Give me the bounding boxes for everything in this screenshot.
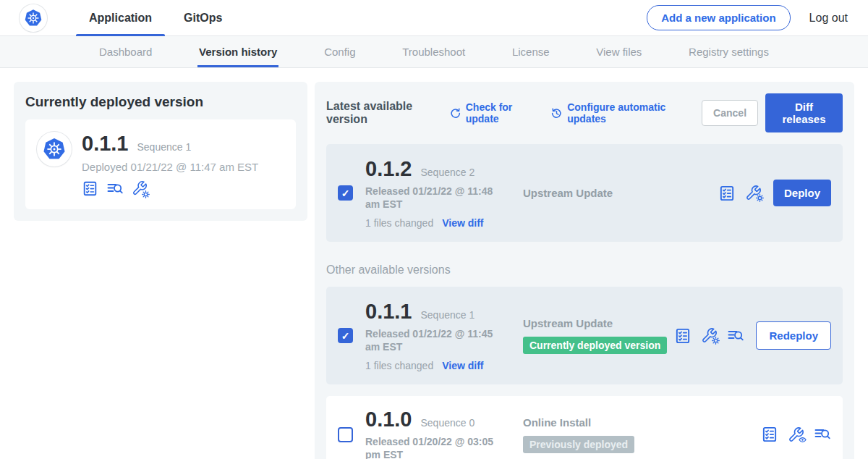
release-notes-icon[interactable] xyxy=(761,426,778,443)
tab-view-files[interactable]: View files xyxy=(595,36,643,67)
deploy-button[interactable]: Deploy xyxy=(773,180,831,206)
clock-arrow-icon xyxy=(550,107,563,119)
sequence-label: Sequence 2 xyxy=(421,167,475,178)
version-source-label: Upstream Update xyxy=(523,187,718,199)
preflight-gear-icon[interactable] xyxy=(132,180,148,198)
files-changed-label: 1 files changed xyxy=(365,217,433,229)
top-nav: Application GitOps Add a new application… xyxy=(0,0,868,36)
released-timestamp: Released 01/20/22 @ 03:05 pm EST xyxy=(365,436,503,459)
cancel-button[interactable]: Cancel xyxy=(702,100,758,126)
release-notes-icon[interactable] xyxy=(718,185,736,202)
sequence-label: Sequence 0 xyxy=(421,417,475,429)
version-checkbox[interactable] xyxy=(338,185,353,201)
tab-version-history[interactable]: Version history xyxy=(197,36,278,67)
currently-deployed-title: Currently deployed version xyxy=(25,94,296,110)
config-view-icon[interactable] xyxy=(814,426,831,443)
tab-troubleshoot[interactable]: Troubleshoot xyxy=(401,36,467,67)
add-new-application-button[interactable]: Add a new application xyxy=(647,5,790,30)
files-changed-label: 1 files changed xyxy=(365,360,433,371)
deployed-timestamp: Deployed 01/21/22 @ 11:47 am EST xyxy=(82,161,258,173)
deployed-sequence-label: Sequence 1 xyxy=(137,141,192,153)
configure-automatic-updates-link[interactable]: Configure automatic updates xyxy=(550,101,686,125)
config-view-icon[interactable] xyxy=(727,327,744,345)
version-number: 0.1.1 xyxy=(365,300,412,324)
tab-registry-settings[interactable]: Registry settings xyxy=(687,36,770,67)
latest-available-title: Latest available version xyxy=(326,100,439,126)
version-number: 0.1.0 xyxy=(365,408,412,431)
view-diff-link[interactable]: View diff xyxy=(442,360,483,371)
app-kubernetes-icon xyxy=(37,132,72,167)
tab-dashboard[interactable]: Dashboard xyxy=(98,36,153,67)
tab-config[interactable]: Config xyxy=(323,36,357,67)
version-row-0-1-0: 0.1.0 Sequence 0 Released 01/20/22 @ 03:… xyxy=(326,396,843,459)
release-notes-icon[interactable] xyxy=(674,327,692,345)
other-versions-title: Other available versions xyxy=(326,264,843,277)
version-row-0-1-1: 0.1.1 Sequence 1 Released 01/21/22 @ 11:… xyxy=(326,287,843,384)
currently-deployed-badge: Currently deployed version xyxy=(523,337,667,354)
tab-gitops[interactable]: GitOps xyxy=(168,0,238,36)
check-for-update-link[interactable]: Check for update xyxy=(449,101,535,125)
view-diff-link[interactable]: View diff xyxy=(442,217,483,229)
preflight-gear-icon[interactable] xyxy=(745,185,762,201)
config-view-icon[interactable] xyxy=(106,180,124,198)
diff-releases-button[interactable]: Diff releases xyxy=(765,93,843,132)
released-timestamp: Released 01/21/22 @ 11:48 am EST xyxy=(365,185,503,211)
kubernetes-logo xyxy=(20,4,47,32)
deployed-version-number: 0.1.1 xyxy=(82,132,129,156)
redeploy-button[interactable]: Redeploy xyxy=(756,321,831,350)
preflight-gear-icon[interactable] xyxy=(701,327,718,344)
logout-button[interactable]: Log out xyxy=(809,12,848,25)
main-content: Currently deployed version 0.1.1 Sequenc… xyxy=(0,68,868,459)
sub-nav: Dashboard Version history Config Trouble… xyxy=(0,36,868,68)
refresh-icon xyxy=(449,107,461,119)
version-source-label: Upstream Update xyxy=(523,317,674,329)
version-source-label: Online Install xyxy=(523,416,761,429)
previously-deployed-badge: Previously deployed xyxy=(523,436,634,453)
version-checkbox[interactable] xyxy=(338,328,353,343)
version-row-0-1-2: 0.1.2 Sequence 2 Released 01/21/22 @ 11:… xyxy=(326,144,843,242)
version-history-panel: Latest available version Check for updat… xyxy=(315,82,854,459)
tab-application[interactable]: Application xyxy=(73,0,168,36)
release-notes-icon[interactable] xyxy=(82,180,98,198)
tab-license[interactable]: License xyxy=(511,36,551,67)
preflight-eye-icon[interactable] xyxy=(788,426,804,443)
version-number: 0.1.2 xyxy=(365,157,412,181)
sequence-label: Sequence 1 xyxy=(421,309,475,321)
deployed-version-card: 0.1.1 Sequence 1 Deployed 01/21/22 @ 11:… xyxy=(25,119,296,209)
released-timestamp: Released 01/21/22 @ 11:45 am EST xyxy=(365,328,503,353)
currently-deployed-panel: Currently deployed version 0.1.1 Sequenc… xyxy=(14,82,307,221)
version-checkbox[interactable] xyxy=(338,427,353,442)
